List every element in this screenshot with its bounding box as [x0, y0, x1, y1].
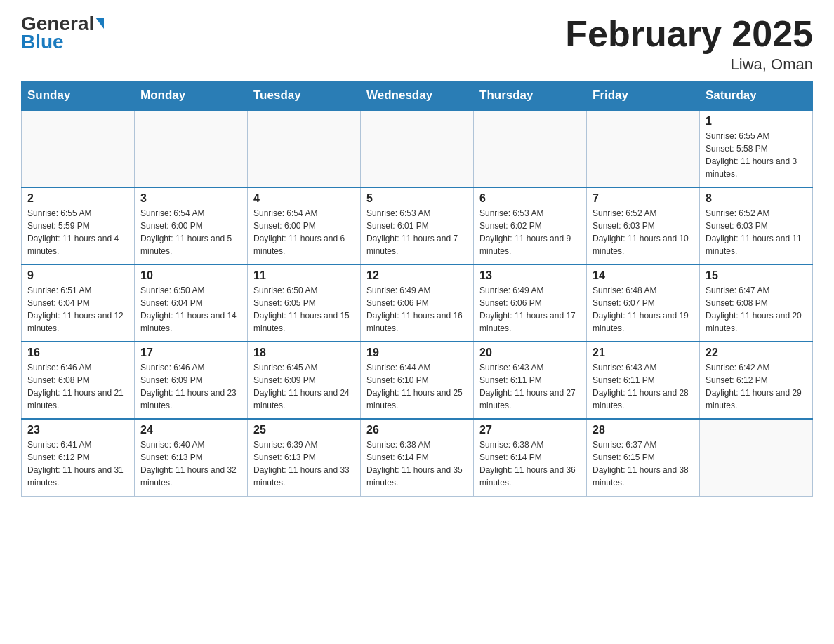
day-number: 12 [366, 269, 468, 282]
calendar-cell: 28Sunrise: 6:37 AM Sunset: 6:15 PM Dayli… [587, 419, 700, 496]
calendar-header-row: SundayMondayTuesdayWednesdayThursdayFrid… [22, 81, 813, 111]
calendar-week-3: 9Sunrise: 6:51 AM Sunset: 6:04 PM Daylig… [22, 264, 813, 342]
day-info: Sunrise: 6:49 AM Sunset: 6:06 PM Dayligh… [366, 284, 468, 335]
calendar-cell: 20Sunrise: 6:43 AM Sunset: 6:11 PM Dayli… [474, 342, 587, 419]
day-number: 25 [253, 424, 355, 436]
calendar-cell: 7Sunrise: 6:52 AM Sunset: 6:03 PM Daylig… [587, 187, 700, 264]
day-info: Sunrise: 6:55 AM Sunset: 5:58 PM Dayligh… [706, 130, 807, 180]
day-number: 21 [593, 347, 694, 359]
logo-blue-text: Blue [21, 31, 64, 53]
day-number: 2 [27, 192, 128, 205]
day-number: 20 [479, 347, 581, 359]
day-number: 19 [366, 347, 468, 359]
calendar-cell [474, 110, 587, 187]
day-number: 15 [706, 269, 807, 282]
calendar-header-friday: Friday [587, 81, 700, 111]
calendar-header-wednesday: Wednesday [361, 81, 474, 111]
day-info: Sunrise: 6:46 AM Sunset: 6:08 PM Dayligh… [27, 361, 128, 412]
day-info: Sunrise: 6:38 AM Sunset: 6:14 PM Dayligh… [479, 438, 581, 489]
day-info: Sunrise: 6:46 AM Sunset: 6:09 PM Dayligh… [140, 361, 241, 412]
calendar-cell: 21Sunrise: 6:43 AM Sunset: 6:11 PM Dayli… [587, 342, 700, 419]
calendar-cell: 23Sunrise: 6:41 AM Sunset: 6:12 PM Dayli… [22, 419, 135, 496]
logo-triangle-icon [95, 18, 104, 29]
calendar-cell [22, 110, 135, 187]
day-number: 9 [27, 269, 128, 282]
day-info: Sunrise: 6:38 AM Sunset: 6:14 PM Dayligh… [366, 438, 468, 489]
day-info: Sunrise: 6:50 AM Sunset: 6:04 PM Dayligh… [140, 284, 241, 335]
calendar-cell [248, 110, 361, 187]
day-info: Sunrise: 6:43 AM Sunset: 6:11 PM Dayligh… [479, 361, 581, 412]
calendar-cell: 19Sunrise: 6:44 AM Sunset: 6:10 PM Dayli… [361, 342, 474, 419]
day-info: Sunrise: 6:55 AM Sunset: 5:59 PM Dayligh… [27, 207, 128, 257]
calendar-week-5: 23Sunrise: 6:41 AM Sunset: 6:12 PM Dayli… [22, 419, 813, 496]
day-info: Sunrise: 6:53 AM Sunset: 6:01 PM Dayligh… [366, 207, 468, 257]
calendar-header-saturday: Saturday [700, 81, 813, 111]
day-number: 14 [593, 269, 694, 282]
calendar-cell [587, 110, 700, 187]
day-number: 7 [593, 192, 694, 205]
day-info: Sunrise: 6:52 AM Sunset: 6:03 PM Dayligh… [593, 207, 694, 257]
calendar-table: SundayMondayTuesdayWednesdayThursdayFrid… [21, 81, 813, 497]
calendar-cell: 14Sunrise: 6:48 AM Sunset: 6:07 PM Dayli… [587, 264, 700, 342]
day-info: Sunrise: 6:42 AM Sunset: 6:12 PM Dayligh… [706, 361, 807, 412]
day-info: Sunrise: 6:54 AM Sunset: 6:00 PM Dayligh… [253, 207, 355, 257]
calendar-cell: 27Sunrise: 6:38 AM Sunset: 6:14 PM Dayli… [474, 419, 587, 496]
day-info: Sunrise: 6:37 AM Sunset: 6:15 PM Dayligh… [593, 438, 694, 489]
calendar-title: February 2025 [565, 14, 813, 54]
day-info: Sunrise: 6:45 AM Sunset: 6:09 PM Dayligh… [253, 361, 355, 412]
calendar-cell: 15Sunrise: 6:47 AM Sunset: 6:08 PM Dayli… [700, 264, 813, 342]
day-info: Sunrise: 6:43 AM Sunset: 6:11 PM Dayligh… [593, 361, 694, 412]
day-info: Sunrise: 6:54 AM Sunset: 6:00 PM Dayligh… [140, 207, 241, 257]
calendar-cell: 16Sunrise: 6:46 AM Sunset: 6:08 PM Dayli… [22, 342, 135, 419]
calendar-cell: 11Sunrise: 6:50 AM Sunset: 6:05 PM Dayli… [248, 264, 361, 342]
calendar-cell: 25Sunrise: 6:39 AM Sunset: 6:13 PM Dayli… [248, 419, 361, 496]
calendar-cell: 12Sunrise: 6:49 AM Sunset: 6:06 PM Dayli… [361, 264, 474, 342]
day-number: 1 [706, 115, 807, 128]
day-number: 28 [593, 424, 694, 436]
day-number: 5 [366, 192, 468, 205]
day-number: 23 [27, 424, 128, 436]
day-number: 3 [140, 192, 241, 205]
calendar-cell: 5Sunrise: 6:53 AM Sunset: 6:01 PM Daylig… [361, 187, 474, 264]
calendar-cell [135, 110, 248, 187]
day-number: 22 [706, 347, 807, 359]
calendar-cell: 24Sunrise: 6:40 AM Sunset: 6:13 PM Dayli… [135, 419, 248, 496]
day-info: Sunrise: 6:40 AM Sunset: 6:13 PM Dayligh… [140, 438, 241, 489]
calendar-cell: 1Sunrise: 6:55 AM Sunset: 5:58 PM Daylig… [700, 110, 813, 187]
day-number: 18 [253, 347, 355, 359]
title-block: February 2025 Liwa, Oman [565, 14, 813, 74]
day-number: 16 [27, 347, 128, 359]
calendar-week-2: 2Sunrise: 6:55 AM Sunset: 5:59 PM Daylig… [22, 187, 813, 264]
day-number: 11 [253, 269, 355, 282]
day-info: Sunrise: 6:39 AM Sunset: 6:13 PM Dayligh… [253, 438, 355, 489]
calendar-cell: 3Sunrise: 6:54 AM Sunset: 6:00 PM Daylig… [135, 187, 248, 264]
calendar-cell: 13Sunrise: 6:49 AM Sunset: 6:06 PM Dayli… [474, 264, 587, 342]
day-number: 27 [479, 424, 581, 436]
calendar-cell: 6Sunrise: 6:53 AM Sunset: 6:02 PM Daylig… [474, 187, 587, 264]
calendar-cell: 18Sunrise: 6:45 AM Sunset: 6:09 PM Dayli… [248, 342, 361, 419]
day-number: 17 [140, 347, 241, 359]
calendar-cell: 26Sunrise: 6:38 AM Sunset: 6:14 PM Dayli… [361, 419, 474, 496]
calendar-header-monday: Monday [135, 81, 248, 111]
calendar-cell: 22Sunrise: 6:42 AM Sunset: 6:12 PM Dayli… [700, 342, 813, 419]
location-text: Liwa, Oman [565, 55, 813, 74]
calendar-cell: 17Sunrise: 6:46 AM Sunset: 6:09 PM Dayli… [135, 342, 248, 419]
day-info: Sunrise: 6:50 AM Sunset: 6:05 PM Dayligh… [253, 284, 355, 335]
day-info: Sunrise: 6:44 AM Sunset: 6:10 PM Dayligh… [366, 361, 468, 412]
day-info: Sunrise: 6:52 AM Sunset: 6:03 PM Dayligh… [706, 207, 807, 257]
day-number: 6 [479, 192, 581, 205]
day-number: 10 [140, 269, 241, 282]
calendar-cell [361, 110, 474, 187]
day-number: 24 [140, 424, 241, 436]
day-info: Sunrise: 6:53 AM Sunset: 6:02 PM Dayligh… [479, 207, 581, 257]
calendar-header-thursday: Thursday [474, 81, 587, 111]
calendar-cell [700, 419, 813, 496]
day-number: 8 [706, 192, 807, 205]
calendar-week-1: 1Sunrise: 6:55 AM Sunset: 5:58 PM Daylig… [22, 110, 813, 187]
calendar-header-sunday: Sunday [22, 81, 135, 111]
day-info: Sunrise: 6:41 AM Sunset: 6:12 PM Dayligh… [27, 438, 128, 489]
calendar-week-4: 16Sunrise: 6:46 AM Sunset: 6:08 PM Dayli… [22, 342, 813, 419]
day-info: Sunrise: 6:47 AM Sunset: 6:08 PM Dayligh… [706, 284, 807, 335]
day-info: Sunrise: 6:51 AM Sunset: 6:04 PM Dayligh… [27, 284, 128, 335]
logo: General Blue [21, 14, 104, 53]
